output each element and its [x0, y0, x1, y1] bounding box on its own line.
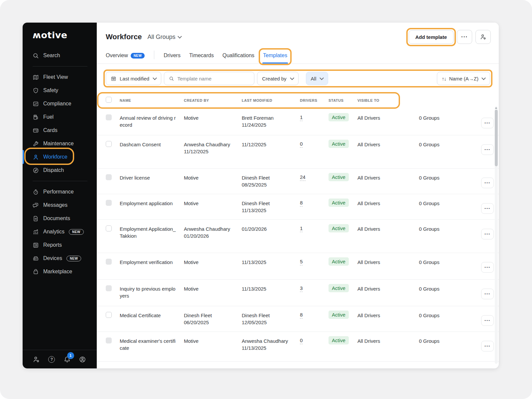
template-name-input[interactable] [177, 76, 249, 81]
drivers-count[interactable]: 8 [300, 312, 303, 319]
groups-count: 0 Groups [419, 114, 476, 121]
tab-drivers[interactable]: Drivers [164, 53, 181, 64]
tab-timecards[interactable]: Timecards [189, 53, 214, 64]
drivers-count[interactable]: 5 [300, 259, 303, 265]
row-checkbox[interactable] [106, 225, 112, 231]
created-by-filter[interactable]: Created by [257, 72, 298, 85]
column-header-visible-to: VISIBLE TO [357, 98, 419, 102]
sidebar-item-maintenance[interactable]: Maintenance [23, 137, 97, 150]
drivers-count[interactable]: 0 [300, 337, 303, 344]
vertical-scrollbar[interactable] [495, 106, 498, 364]
ellipsis-icon: ··· [484, 207, 490, 210]
row-menu-button[interactable]: ··· [481, 118, 494, 128]
drivers-count[interactable]: 1 [300, 114, 303, 121]
table-row[interactable]: Medical examiner's certificate Motive An… [97, 332, 499, 362]
select-all-checkbox[interactable] [106, 97, 112, 103]
row-menu-button[interactable]: ··· [481, 229, 494, 239]
modified-date: 01/20/2026 [242, 225, 292, 232]
sidebar-item-documents[interactable]: Documents [23, 212, 97, 225]
ellipsis-icon: ··· [484, 344, 490, 348]
main-content: Workforce All Groups Add template ··· [97, 23, 499, 368]
group-selector[interactable]: All Groups [147, 34, 181, 41]
sidebar-item-label: Documents [43, 215, 70, 221]
row-menu-button[interactable]: ··· [481, 262, 494, 273]
sidebar: ʍotive Search Fleet View Safety Complia [23, 23, 97, 368]
tab-overview[interactable]: Overview NEW [106, 53, 145, 64]
status-filter[interactable]: All [306, 72, 329, 85]
column-header-status: STATUS [329, 98, 357, 102]
row-menu-button[interactable]: ··· [481, 203, 494, 214]
sidebar-item-analytics[interactable]: Analytics NEW [23, 225, 97, 238]
sidebar-item-workforce[interactable]: Workforce [23, 150, 97, 164]
sidebar-item-fuel[interactable]: Fuel [23, 110, 97, 124]
table-row[interactable]: Employment application Motive Dinesh Fle… [97, 194, 499, 220]
more-actions-button[interactable]: ··· [457, 30, 472, 44]
sidebar-item-devices[interactable]: Devices NEW [23, 252, 97, 265]
drivers-count[interactable]: 0 [300, 141, 303, 148]
sidebar-item-dispatch[interactable]: Dispatch [23, 164, 97, 177]
chevron-down-icon [290, 76, 294, 80]
sidebar-item-messages[interactable]: Messages [23, 199, 97, 212]
row-checkbox[interactable] [106, 141, 112, 147]
row-menu-button[interactable]: ··· [481, 341, 494, 351]
row-menu-button[interactable]: ··· [481, 289, 494, 299]
notification-count-badge: 1 [67, 352, 74, 359]
modified-by-name: Anwesha Chaudhary [242, 337, 292, 344]
sidebar-item-fleet-view[interactable]: Fleet View [23, 70, 97, 84]
template-name: Annual review of driving record [120, 114, 177, 128]
sidebar-item-marketplace[interactable]: Marketplace [23, 265, 97, 278]
row-menu-button[interactable]: ··· [481, 144, 494, 155]
tab-bar: Overview NEW Drivers Timecards Qualifica… [97, 47, 499, 64]
drivers-count[interactable]: 8 [300, 200, 303, 206]
sidebar-item-cards[interactable]: Cards [23, 124, 97, 137]
row-checkbox[interactable] [106, 312, 112, 318]
row-checkbox[interactable] [106, 259, 112, 265]
status-badge: Active [329, 173, 349, 181]
add-template-button[interactable]: Add template [409, 30, 454, 44]
drivers-count[interactable]: 24 [300, 174, 306, 181]
search-icon [169, 76, 174, 81]
table-row[interactable]: Medical Certificate Dinesh Fleet06/20/20… [97, 306, 499, 332]
active-indicator-bar [23, 150, 24, 164]
created-by-name: Motive [184, 285, 234, 292]
last-modified-filter[interactable]: Last modified [106, 72, 161, 85]
chevron-down-icon [153, 76, 157, 80]
row-checkbox[interactable] [106, 337, 112, 343]
sort-selector[interactable]: ↑↓ Name (A→Z) [437, 72, 490, 85]
table-row[interactable]: Inquiry to previous employers Motive 11/… [97, 280, 499, 306]
sidebar-item-label: Workforce [43, 154, 67, 160]
manage-users-button[interactable] [475, 30, 491, 44]
template-name-search[interactable] [164, 72, 254, 85]
sidebar-item-compliance[interactable]: Compliance [23, 97, 97, 110]
notifications-bell-icon[interactable]: 1 [64, 356, 71, 363]
sidebar-item-reports[interactable]: Reports [23, 238, 97, 252]
drivers-count[interactable]: 1 [300, 225, 303, 232]
ellipsis-icon: ··· [484, 292, 490, 296]
row-menu-button[interactable]: ··· [481, 315, 494, 326]
table-row[interactable]: Annual review of driving record Motive B… [97, 109, 499, 135]
sidebar-item-search[interactable]: Search [23, 49, 97, 62]
help-icon[interactable]: ? [48, 356, 55, 363]
table-row[interactable]: Driver license Motive Dinesh Fleet08/25/… [97, 169, 499, 194]
sidebar-item-safety[interactable]: Safety [23, 84, 97, 97]
account-icon[interactable] [79, 356, 86, 363]
modified-date: 11/13/2025 [242, 285, 292, 292]
table-row[interactable]: Employment Application_Takkion Anwesha C… [97, 220, 499, 253]
tab-qualifications[interactable]: Qualifications [222, 53, 254, 64]
scrollbar-thumb[interactable] [495, 110, 498, 166]
admin-user-gear-icon[interactable] [33, 356, 40, 363]
row-checkbox[interactable] [106, 114, 112, 120]
table-row[interactable]: Employment verification Motive 11/13/202… [97, 253, 499, 280]
row-checkbox[interactable] [106, 285, 112, 291]
drivers-count[interactable]: 3 [300, 285, 303, 292]
sidebar-item-performance[interactable]: Performance [23, 185, 97, 199]
row-checkbox[interactable] [106, 174, 112, 180]
row-menu-button[interactable]: ··· [481, 178, 494, 188]
row-checkbox[interactable] [106, 200, 112, 206]
ellipsis-icon: ··· [461, 35, 468, 39]
groups-count: 0 Groups [419, 285, 476, 292]
column-header-name: NAME [120, 98, 184, 102]
column-header-drivers: DRIVERS [300, 98, 329, 102]
table-row[interactable]: Dashcam Consent Anwesha Chaudhary11/12/2… [97, 135, 499, 169]
tab-templates[interactable]: Templates [263, 53, 287, 64]
